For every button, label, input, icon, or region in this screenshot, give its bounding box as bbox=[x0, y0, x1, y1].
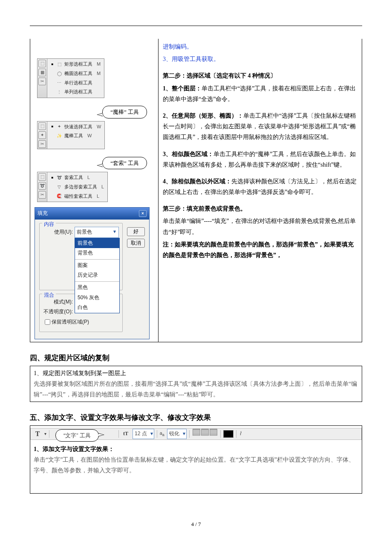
font-size-combo[interactable]: 12 点 bbox=[133, 429, 154, 439]
lasso-callout: “套索” 工具 bbox=[102, 157, 147, 169]
combo-option[interactable]: 背景色 bbox=[75, 248, 119, 258]
combo-option[interactable]: 图案 bbox=[75, 260, 119, 271]
marquee-flyout: ⬚▦✂ ■⬚矩形选框工具M ◯椭圆选框工具M ⋯单行选框工具 ⋮单列选框工具 bbox=[37, 58, 104, 98]
text-toolbar: T ▾ “文字” 工具 tT 12 点 aa 锐化 ⌇ bbox=[30, 428, 362, 440]
use-combo[interactable]: 前景色 bbox=[75, 227, 119, 238]
flyout-item[interactable]: ■✦快速选择工具W bbox=[49, 122, 103, 132]
warp-text-icon[interactable]: ⌇ bbox=[239, 429, 242, 439]
wand-flyout: ⬚✦✂ ■✦快速选择工具W ✨魔棒工具W bbox=[37, 121, 105, 149]
fill-dialog-titlebar: 填充 × bbox=[35, 208, 149, 220]
combo-option[interactable]: 黑色 bbox=[75, 283, 119, 293]
fill-dialog: 填充 × 内容 使用(U): 前景色 前景色 bbox=[35, 207, 150, 339]
antialias-combo[interactable]: 锐化 bbox=[167, 429, 187, 439]
align-buttons[interactable] bbox=[192, 429, 218, 439]
page-number: 4 / 7 bbox=[30, 519, 362, 529]
top-rule bbox=[30, 26, 362, 26]
group-blend-legend: 混合 bbox=[42, 291, 56, 300]
step3-title: 第三步：填充前景色或背景色。 bbox=[163, 203, 357, 214]
section-4-title: 四、规定图片区域的复制 bbox=[30, 352, 362, 365]
section-4-sub: 1、规定图片区域复制到某一图层上 bbox=[34, 368, 358, 379]
fill-dialog-title: 填充 bbox=[37, 209, 48, 218]
close-icon[interactable]: × bbox=[139, 210, 147, 217]
flyout-item[interactable]: ■⬚矩形选框工具M bbox=[49, 60, 102, 69]
flyout-item[interactable]: 🧲磁性套索工具L bbox=[49, 192, 106, 201]
flyout-item[interactable]: ⋮单列选框工具 bbox=[49, 87, 102, 97]
flyout-item[interactable]: ■➰套索工具L bbox=[49, 173, 106, 182]
preserve-transparency-checkbox[interactable] bbox=[45, 319, 50, 325]
preserve-label: 保留透明区域(P) bbox=[52, 318, 89, 327]
text-tool-callout: “文字” 工具 bbox=[55, 429, 99, 442]
right-line: 3、用吸管工具获取。 bbox=[163, 54, 357, 64]
section-4-box: 1、规定图片区域复制到某一图层上 先选择要被复制区域图片所在的图层，接着用“选择… bbox=[30, 366, 362, 402]
text-tool-icon[interactable]: T bbox=[33, 428, 42, 440]
section-5-title: 五、添加文字、设置文字效果与修改文字、修改文字效果 bbox=[30, 411, 362, 425]
group-content-legend: 内容 bbox=[42, 220, 56, 229]
lasso-flyout: ⬚➰✂ ■➰套索工具L ▽多边形套索工具L 🧲磁性套索工具L bbox=[37, 172, 108, 202]
aa-icon: aa bbox=[160, 429, 164, 439]
flyout-item[interactable]: ◯椭圆选框工具M bbox=[49, 69, 102, 78]
section-4-body: 先选择要被复制区域图片所在的图层，接着用“选择工具”或“魔棒”工具选择该区域〔具… bbox=[34, 379, 358, 400]
text-color-swatch[interactable] bbox=[223, 430, 233, 438]
note: 注：如果要填充的颜色是前景色中的颜色，那选择“前景色”，如果要填充的颜色是背景色… bbox=[163, 239, 357, 260]
flyout-item[interactable]: ▽多边形套索工具L bbox=[49, 182, 106, 192]
section-5-body: 单击“文字”工具，在图层的恰当位置单击鼠标左键，确定文字的起始位置。在“文字工具… bbox=[34, 454, 358, 476]
section-5-sub: 1、添加文字与设置文字效果： bbox=[34, 444, 358, 454]
combo-option[interactable]: 50% 灰色 bbox=[75, 293, 119, 303]
combo-option[interactable]: 白色 bbox=[75, 303, 119, 313]
font-size-icon: tT bbox=[121, 429, 130, 439]
orientation-icon[interactable]: ▾ bbox=[44, 430, 46, 438]
two-column-box: ⬚▦✂ ■⬚矩形选框工具M ◯椭圆选框工具M ⋯单行选框工具 ⋮单列选框工具 “… bbox=[30, 39, 362, 342]
combo-option[interactable]: 历史记录 bbox=[75, 270, 119, 280]
flyout-item[interactable]: ⋯单行选框工具 bbox=[49, 78, 102, 88]
ok-button[interactable]: 好 bbox=[127, 227, 145, 236]
right-line: 进制编码。 bbox=[163, 41, 357, 52]
flyout-item[interactable]: ✨魔棒工具W bbox=[49, 131, 103, 141]
wand-callout: “魔棒” 工具 bbox=[102, 106, 147, 118]
use-combo-list: 前景色 背景色 图案 历史记录 黑色 50% 灰色 白色 bbox=[75, 238, 120, 313]
cancel-button[interactable]: 取消 bbox=[127, 239, 145, 248]
combo-option[interactable]: 前景色 bbox=[75, 238, 119, 249]
opacity-label: 不透明度(O): bbox=[43, 307, 75, 317]
step2-title: 第二步：选择区域〔选定有以下 4 种情况〕 bbox=[163, 70, 357, 81]
